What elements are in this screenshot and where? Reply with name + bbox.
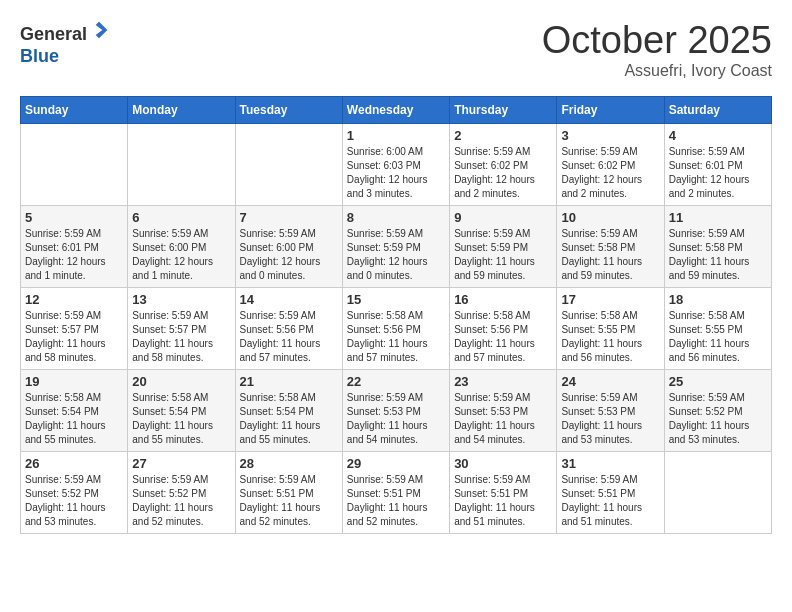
- day-number: 7: [240, 210, 338, 225]
- calendar-week-row: 1Sunrise: 6:00 AM Sunset: 6:03 PM Daylig…: [21, 123, 772, 205]
- location-subtitle: Assuefri, Ivory Coast: [542, 62, 772, 80]
- weekday-header: Wednesday: [342, 96, 449, 123]
- calendar-cell: 8Sunrise: 5:59 AM Sunset: 5:59 PM Daylig…: [342, 205, 449, 287]
- day-number: 31: [561, 456, 659, 471]
- day-number: 25: [669, 374, 767, 389]
- cell-content: Sunrise: 5:59 AM Sunset: 5:53 PM Dayligh…: [561, 391, 659, 447]
- calendar-cell: [21, 123, 128, 205]
- day-number: 13: [132, 292, 230, 307]
- calendar-cell: 5Sunrise: 5:59 AM Sunset: 6:01 PM Daylig…: [21, 205, 128, 287]
- cell-content: Sunrise: 5:59 AM Sunset: 5:52 PM Dayligh…: [132, 473, 230, 529]
- day-number: 4: [669, 128, 767, 143]
- cell-content: Sunrise: 5:59 AM Sunset: 5:58 PM Dayligh…: [669, 227, 767, 283]
- weekday-header: Saturday: [664, 96, 771, 123]
- calendar-cell: 14Sunrise: 5:59 AM Sunset: 5:56 PM Dayli…: [235, 287, 342, 369]
- weekday-header: Sunday: [21, 96, 128, 123]
- cell-content: Sunrise: 5:59 AM Sunset: 5:59 PM Dayligh…: [347, 227, 445, 283]
- cell-content: Sunrise: 5:59 AM Sunset: 6:01 PM Dayligh…: [25, 227, 123, 283]
- weekday-header: Monday: [128, 96, 235, 123]
- cell-content: Sunrise: 5:58 AM Sunset: 5:55 PM Dayligh…: [561, 309, 659, 365]
- month-title: October 2025: [542, 20, 772, 62]
- cell-content: Sunrise: 6:00 AM Sunset: 6:03 PM Dayligh…: [347, 145, 445, 201]
- calendar-cell: 18Sunrise: 5:58 AM Sunset: 5:55 PM Dayli…: [664, 287, 771, 369]
- calendar-cell: 22Sunrise: 5:59 AM Sunset: 5:53 PM Dayli…: [342, 369, 449, 451]
- day-number: 8: [347, 210, 445, 225]
- calendar-cell: 4Sunrise: 5:59 AM Sunset: 6:01 PM Daylig…: [664, 123, 771, 205]
- cell-content: Sunrise: 5:58 AM Sunset: 5:54 PM Dayligh…: [25, 391, 123, 447]
- calendar-cell: 30Sunrise: 5:59 AM Sunset: 5:51 PM Dayli…: [450, 451, 557, 533]
- cell-content: Sunrise: 5:59 AM Sunset: 6:01 PM Dayligh…: [669, 145, 767, 201]
- day-number: 5: [25, 210, 123, 225]
- day-number: 24: [561, 374, 659, 389]
- day-number: 18: [669, 292, 767, 307]
- day-number: 29: [347, 456, 445, 471]
- day-number: 11: [669, 210, 767, 225]
- calendar-cell: 16Sunrise: 5:58 AM Sunset: 5:56 PM Dayli…: [450, 287, 557, 369]
- day-number: 19: [25, 374, 123, 389]
- logo-general: General: [20, 20, 109, 46]
- logo: General Blue: [20, 20, 109, 67]
- day-number: 15: [347, 292, 445, 307]
- cell-content: Sunrise: 5:59 AM Sunset: 5:53 PM Dayligh…: [347, 391, 445, 447]
- calendar-week-row: 26Sunrise: 5:59 AM Sunset: 5:52 PM Dayli…: [21, 451, 772, 533]
- day-number: 3: [561, 128, 659, 143]
- cell-content: Sunrise: 5:59 AM Sunset: 6:02 PM Dayligh…: [561, 145, 659, 201]
- calendar-cell: 28Sunrise: 5:59 AM Sunset: 5:51 PM Dayli…: [235, 451, 342, 533]
- day-number: 26: [25, 456, 123, 471]
- cell-content: Sunrise: 5:58 AM Sunset: 5:56 PM Dayligh…: [347, 309, 445, 365]
- cell-content: Sunrise: 5:58 AM Sunset: 5:54 PM Dayligh…: [240, 391, 338, 447]
- cell-content: Sunrise: 5:59 AM Sunset: 5:52 PM Dayligh…: [25, 473, 123, 529]
- cell-content: Sunrise: 5:59 AM Sunset: 5:57 PM Dayligh…: [132, 309, 230, 365]
- calendar-cell: 13Sunrise: 5:59 AM Sunset: 5:57 PM Dayli…: [128, 287, 235, 369]
- calendar-week-row: 19Sunrise: 5:58 AM Sunset: 5:54 PM Dayli…: [21, 369, 772, 451]
- day-number: 21: [240, 374, 338, 389]
- calendar-cell: [664, 451, 771, 533]
- day-number: 22: [347, 374, 445, 389]
- day-number: 28: [240, 456, 338, 471]
- calendar-cell: 31Sunrise: 5:59 AM Sunset: 5:51 PM Dayli…: [557, 451, 664, 533]
- cell-content: Sunrise: 5:59 AM Sunset: 5:51 PM Dayligh…: [454, 473, 552, 529]
- cell-content: Sunrise: 5:59 AM Sunset: 5:51 PM Dayligh…: [240, 473, 338, 529]
- calendar-cell: 2Sunrise: 5:59 AM Sunset: 6:02 PM Daylig…: [450, 123, 557, 205]
- weekday-header: Friday: [557, 96, 664, 123]
- cell-content: Sunrise: 5:59 AM Sunset: 5:59 PM Dayligh…: [454, 227, 552, 283]
- cell-content: Sunrise: 5:59 AM Sunset: 6:00 PM Dayligh…: [240, 227, 338, 283]
- calendar-cell: 3Sunrise: 5:59 AM Sunset: 6:02 PM Daylig…: [557, 123, 664, 205]
- calendar-cell: 19Sunrise: 5:58 AM Sunset: 5:54 PM Dayli…: [21, 369, 128, 451]
- day-number: 6: [132, 210, 230, 225]
- day-number: 9: [454, 210, 552, 225]
- day-number: 30: [454, 456, 552, 471]
- calendar-cell: 10Sunrise: 5:59 AM Sunset: 5:58 PM Dayli…: [557, 205, 664, 287]
- cell-content: Sunrise: 5:59 AM Sunset: 5:56 PM Dayligh…: [240, 309, 338, 365]
- title-block: October 2025 Assuefri, Ivory Coast: [542, 20, 772, 80]
- day-number: 1: [347, 128, 445, 143]
- calendar-cell: 1Sunrise: 6:00 AM Sunset: 6:03 PM Daylig…: [342, 123, 449, 205]
- calendar-cell: 7Sunrise: 5:59 AM Sunset: 6:00 PM Daylig…: [235, 205, 342, 287]
- cell-content: Sunrise: 5:58 AM Sunset: 5:55 PM Dayligh…: [669, 309, 767, 365]
- calendar-table: SundayMondayTuesdayWednesdayThursdayFrid…: [20, 96, 772, 534]
- calendar-cell: [235, 123, 342, 205]
- cell-content: Sunrise: 5:59 AM Sunset: 6:00 PM Dayligh…: [132, 227, 230, 283]
- day-number: 14: [240, 292, 338, 307]
- calendar-cell: 27Sunrise: 5:59 AM Sunset: 5:52 PM Dayli…: [128, 451, 235, 533]
- calendar-week-row: 5Sunrise: 5:59 AM Sunset: 6:01 PM Daylig…: [21, 205, 772, 287]
- calendar-cell: 29Sunrise: 5:59 AM Sunset: 5:51 PM Dayli…: [342, 451, 449, 533]
- calendar-week-row: 12Sunrise: 5:59 AM Sunset: 5:57 PM Dayli…: [21, 287, 772, 369]
- day-number: 23: [454, 374, 552, 389]
- logo-blue: Blue: [20, 46, 59, 66]
- weekday-header-row: SundayMondayTuesdayWednesdayThursdayFrid…: [21, 96, 772, 123]
- cell-content: Sunrise: 5:59 AM Sunset: 5:52 PM Dayligh…: [669, 391, 767, 447]
- calendar-cell: 15Sunrise: 5:58 AM Sunset: 5:56 PM Dayli…: [342, 287, 449, 369]
- day-number: 20: [132, 374, 230, 389]
- cell-content: Sunrise: 5:58 AM Sunset: 5:56 PM Dayligh…: [454, 309, 552, 365]
- day-number: 16: [454, 292, 552, 307]
- calendar-cell: 21Sunrise: 5:58 AM Sunset: 5:54 PM Dayli…: [235, 369, 342, 451]
- calendar-cell: 17Sunrise: 5:58 AM Sunset: 5:55 PM Dayli…: [557, 287, 664, 369]
- calendar-cell: 25Sunrise: 5:59 AM Sunset: 5:52 PM Dayli…: [664, 369, 771, 451]
- day-number: 10: [561, 210, 659, 225]
- cell-content: Sunrise: 5:59 AM Sunset: 6:02 PM Dayligh…: [454, 145, 552, 201]
- page-header: General Blue October 2025 Assuefri, Ivor…: [20, 20, 772, 80]
- cell-content: Sunrise: 5:59 AM Sunset: 5:58 PM Dayligh…: [561, 227, 659, 283]
- weekday-header: Tuesday: [235, 96, 342, 123]
- cell-content: Sunrise: 5:59 AM Sunset: 5:57 PM Dayligh…: [25, 309, 123, 365]
